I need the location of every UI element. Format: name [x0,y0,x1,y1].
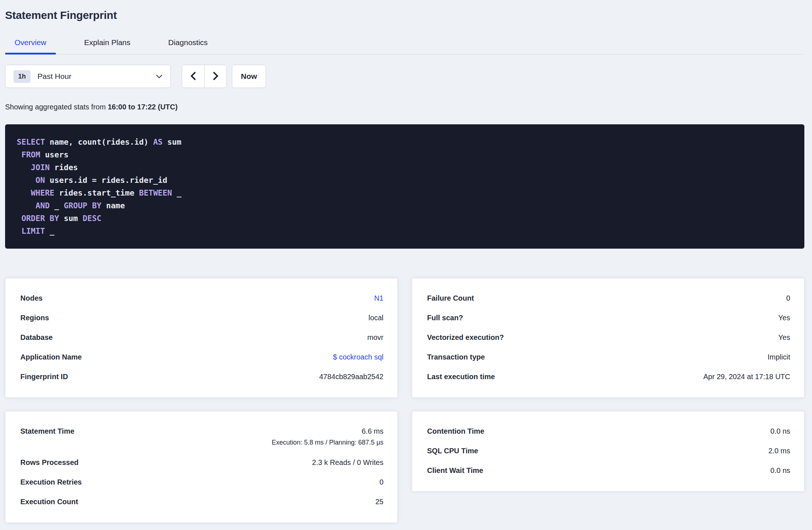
stat-value: 25 [375,497,383,507]
sql-statement-box: SELECT name, count(rides.id) AS sum FROM… [5,124,804,249]
stat-label: Last execution time [427,372,495,382]
stat-row: Application Name$ cockroach sql [20,347,383,367]
stat-row: Failure Count0 [427,288,790,308]
sql-line: SELECT name, count(rides.id) AS sum [17,136,793,148]
next-range-button[interactable] [204,65,226,88]
sql-line: WHERE rides.start_time BETWEEN _ [17,186,793,199]
sql-line: ON users.id = rides.rider_id [17,174,793,186]
stats-cards: NodesN1RegionslocalDatabasemovrApplicati… [5,278,804,523]
stat-value: 0 [379,477,383,487]
stat-value: Apr 29, 2024 at 17:18 UTC [703,372,790,382]
stat-label: Client Wait Time [427,465,483,475]
stat-label: Execution Count [20,497,78,507]
stat-row: NodesN1 [20,288,383,308]
stat-row: Fingerprint ID4784cb829aab2542 [20,367,383,386]
chevron-down-icon [156,75,162,79]
aggregated-stats-prefix: Showing aggregated stats from [5,103,108,111]
stat-value: 2.0 ms [768,446,790,456]
stat-value: 6.6 ms [362,426,383,436]
stat-row: Rows Processed2.3 k Reads / 0 Writes [20,453,383,472]
sql-line: FROM users [17,148,793,161]
chevron-right-icon [211,71,220,82]
stat-value: local [369,313,383,323]
stat-row: Databasemovr [20,328,383,347]
tab-overview[interactable]: Overview [5,31,56,54]
tab-explain-plans-label: Explain Plans [84,38,130,47]
stat-row: Vectorized execution?Yes [427,328,790,347]
stat-value: 0 [786,293,790,303]
stat-row: SQL CPU Time2.0 ms [427,441,790,461]
details-card-left: NodesN1RegionslocalDatabasemovrApplicati… [5,278,398,398]
stat-label: Statement Time [20,426,75,436]
sql-line: AND _ GROUP BY name [17,199,793,212]
time-controls: 1h Past Hour Now [5,65,804,88]
stat-value: Yes [778,332,790,342]
stat-label: Nodes [20,293,43,303]
tab-overview-label: Overview [15,38,47,47]
stat-subvalue: Execution: 5.8 ms / Planning: 687.5 µs [20,437,383,448]
page-title: Statement Fingerprint [5,9,804,21]
aggregated-stats-line: Showing aggregated stats from 16:00 to 1… [5,103,804,111]
stat-label: Fingerprint ID [20,372,68,382]
stat-value: movr [367,332,383,342]
time-range-badge: 1h [13,70,31,83]
stat-value: 2.3 k Reads / 0 Writes [312,457,383,467]
stat-label: Contention Time [427,426,484,436]
stat-label: Application Name [20,352,82,362]
stat-label: Database [20,332,53,342]
details-card-right: Failure Count0Full scan?YesVectorized ex… [412,278,804,398]
stat-value: 0.0 ns [771,465,790,475]
sql-line: JOIN rides [17,161,793,174]
tab-diagnostics[interactable]: Diagnostics [159,31,217,54]
stat-row: Client Wait Time0.0 ns [427,461,790,480]
stat-label: Full scan? [427,313,463,323]
chevron-left-icon [189,71,198,82]
stat-label: Failure Count [427,293,474,303]
sql-line: LIMIT _ [17,225,793,237]
tab-explain-plans[interactable]: Explain Plans [75,31,140,54]
time-range-select[interactable]: 1h Past Hour [5,65,171,88]
stat-row: Transaction typeImplicit [427,347,790,367]
stat-label: SQL CPU Time [427,446,478,456]
prev-range-button[interactable] [182,65,204,88]
stat-row: Contention Time0.0 ns [427,421,790,441]
sql-line: ORDER BY sum DESC [17,212,793,225]
stat-label: Execution Retries [20,477,82,487]
timing-card-right: Contention Time0.0 nsSQL CPU Time2.0 msC… [412,411,804,491]
stat-value: 4784cb829aab2542 [319,372,383,382]
stat-value: Implicit [768,352,790,362]
stat-label: Vectorized execution? [427,332,504,342]
statement-fingerprint-page: Statement Fingerprint Overview Explain P… [0,0,812,523]
stat-label: Transaction type [427,352,485,362]
now-button[interactable]: Now [232,65,266,88]
time-range-label: Past Hour [37,72,71,81]
tabbar: Overview Explain Plans Diagnostics [5,31,804,55]
stat-row: Execution Count25 [20,492,383,511]
stat-value: Yes [778,313,790,323]
stat-row: Statement Time6.6 msExecution: 5.8 ms / … [20,421,383,453]
stat-value-link[interactable]: N1 [374,293,383,303]
tab-diagnostics-label: Diagnostics [168,38,208,47]
stat-row: Regionslocal [20,308,383,328]
stat-row: Last execution timeApr 29, 2024 at 17:18… [427,367,790,386]
time-step-buttons [182,65,227,88]
stat-value: 0.0 ns [771,426,790,436]
aggregated-stats-range: 16:00 to 17:22 (UTC) [108,103,177,111]
timing-card-left: Statement Time6.6 msExecution: 5.8 ms / … [5,411,398,523]
stat-row: Execution Retries0 [20,472,383,492]
stat-label: Regions [20,313,49,323]
stat-row: Full scan?Yes [427,308,790,328]
stat-value-link[interactable]: $ cockroach sql [333,352,383,362]
stat-label: Rows Processed [20,457,79,467]
